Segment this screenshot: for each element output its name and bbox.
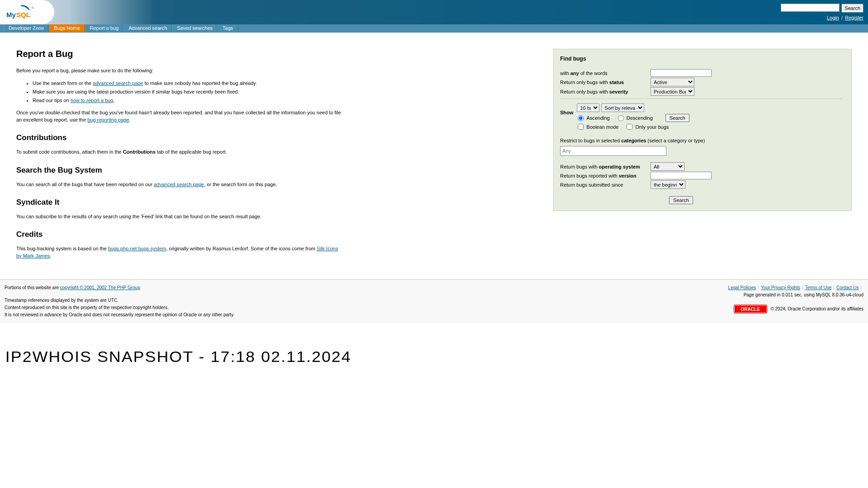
descending-label: Descending [627,115,653,121]
label-text: Restrict to bugs in selected [560,138,621,143]
site-footer: Portions of this website are copyright ©… [0,279,868,323]
nav-saved-searches[interactable]: Saved searches [172,24,217,32]
words-label: with any of the words [560,70,651,76]
nav-bugs-home[interactable]: Bugs Home [49,24,85,32]
oracle-logo[interactable]: ORACLE [734,305,767,313]
nav-report-bug[interactable]: Report a bug [85,24,124,32]
bold-text: severity [609,89,628,94]
tips-list: Use the search form or the advanced sear… [33,80,342,103]
label-text: Return only bugs with [560,89,609,94]
paragraph-text: . [129,117,131,122]
count-select[interactable]: 10 bugs [577,103,599,112]
spacer [560,196,651,204]
bold-text: any [571,70,579,76]
severity-label: Return only bugs with severity [560,89,651,94]
find-bugs-title: Find bugs [560,56,842,62]
search-button-inline[interactable]: Search [665,114,689,122]
words-input[interactable] [651,69,712,77]
advanced-search-link[interactable]: advanced search page [93,80,143,86]
show-line-1: 10 bugs Sort by relevance [577,103,842,112]
sort-select[interactable]: Sort by relevance [601,103,644,112]
since-select[interactable]: the beginning [651,180,685,189]
boolean-label: Boolean mode [586,124,618,130]
final-search-wrap: Search [651,196,712,204]
syndicate-paragraph: You can subscribe to the results of any … [16,213,342,220]
intro-paragraph: Before you report a bug, please make sur… [16,67,342,74]
login-link[interactable]: Login [827,15,839,20]
status-select[interactable]: Active [651,78,694,86]
php-copyright-link[interactable]: copyright © 2001, 2002 The PHP Group [60,285,140,290]
label-text: Return bugs with [560,164,599,169]
ascending-label: Ascending [586,115,609,121]
find-bugs-panel: Find bugs with any of the words Return o… [553,49,852,211]
tip-text: Read our tips on [33,98,71,103]
pipe: | [802,285,803,290]
footer-links: Legal Policies|Your Privacy Rights|Terms… [728,284,863,291]
top-search-input[interactable] [781,4,840,12]
show-controls: 10 bugs Sort by relevance Ascending Desc… [577,103,842,130]
syndicate-heading: Syndicate It [16,198,342,207]
legal-policies-link[interactable]: Legal Policies [728,285,756,290]
advanced-search-link-2[interactable]: advanced search page [154,182,204,187]
footer-content-repro: Content reproduced on this site is the p… [5,304,234,311]
search-heading: Search the Bug System [16,166,342,175]
paragraph-text: To submit code contributions, attach the… [16,149,123,155]
show-line-3: Boolean mode Only your bugs [577,124,842,130]
os-row: Return bugs with operating system All [560,162,842,171]
severity-select[interactable]: Production Bugs [651,87,694,96]
descending-radio[interactable] [618,115,624,121]
final-search-row: Search [560,196,842,204]
contributions-paragraph: To submit code contributions, attach the… [16,149,342,155]
privacy-link[interactable]: Your Privacy Rights [761,285,800,290]
version-row: Return bugs reported with version [560,172,842,179]
tip-item: Read our tips on how to report a bug. [33,98,342,103]
bold-text: categories [621,138,646,143]
bug-reporting-page-link[interactable]: bug reporting page [87,117,129,122]
nav-tags[interactable]: Tags [217,24,238,32]
main-content: Report a Bug Before you report a bug, pl… [16,49,342,266]
tip-item: Make sure you are using the latest produ… [33,89,342,94]
bugs-php-link[interactable]: bugs.php.net bugs system [108,246,166,251]
tip-item: Use the search form or the advanced sear… [33,80,342,86]
label-text: Return bugs reported with [560,173,619,178]
register-link[interactable]: Register [845,15,863,20]
credits-heading: Credits [16,230,342,239]
label-text: (select a category or type) [646,138,705,143]
mysql-logo[interactable]: My SQL ® [0,0,54,24]
only-your-checkbox[interactable] [627,124,632,130]
search-button-final[interactable]: Search [669,196,693,204]
pipe: | [758,285,759,290]
paragraph-text: , originally written by Rasmus Lerdorf. … [166,246,316,251]
since-row: Return bugs submitted since the beginnin… [560,180,842,189]
words-row: with any of the words [560,69,842,77]
nav-advanced-search[interactable]: Advanced search [123,24,172,32]
ascending-radio[interactable] [578,115,584,121]
bold-text: version [619,173,637,178]
page-container: Report a Bug Before you report a bug, pl… [0,33,868,275]
svg-text:SQL: SQL [16,11,30,19]
search-paragraph: You can search all of the bugs that have… [16,181,342,188]
nav-developer-zone[interactable]: Developer Zone [4,24,49,32]
show-line-2: Ascending Descending Search [577,114,842,122]
spacer [560,156,842,162]
page-title: Report a Bug [16,49,342,59]
separator [560,99,842,99]
terms-link[interactable]: Terms of Use [805,285,831,290]
top-search-button[interactable]: Search [841,4,863,13]
version-label: Return bugs reported with version [560,173,651,178]
footer-oracle-line: ORACLE © 2024, Oracle Corporation and/or… [728,305,863,313]
version-input[interactable] [651,172,712,179]
os-select[interactable]: All [651,162,684,171]
only-your-label: Only your bugs [635,124,669,130]
contact-link[interactable]: Contact Us [836,285,859,290]
footer-right: Legal Policies|Your Privacy Rights|Terms… [728,284,863,313]
paragraph-text: tab of the applicable bug report. [156,149,227,155]
label-text: of the words [579,70,608,76]
show-label: Show [560,103,575,115]
categories-input[interactable] [560,146,666,156]
label-text: Return only bugs with [560,80,609,85]
severity-row: Return only bugs with severity Productio… [560,87,842,96]
main-nav: Developer Zone Bugs Home Report a bug Ad… [0,24,868,33]
how-to-report-link[interactable]: how to report a bug [71,98,113,103]
boolean-checkbox[interactable] [578,124,584,130]
